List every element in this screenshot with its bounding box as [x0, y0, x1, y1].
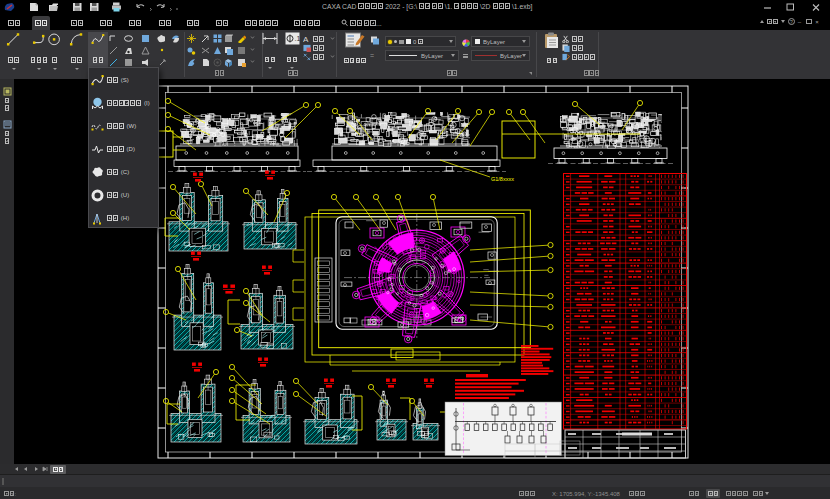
svg-text:.1: .1: [294, 35, 300, 42]
svg-text:A: A: [303, 35, 309, 43]
svg-text:G1/8xxxx: G1/8xxxx: [491, 176, 514, 182]
